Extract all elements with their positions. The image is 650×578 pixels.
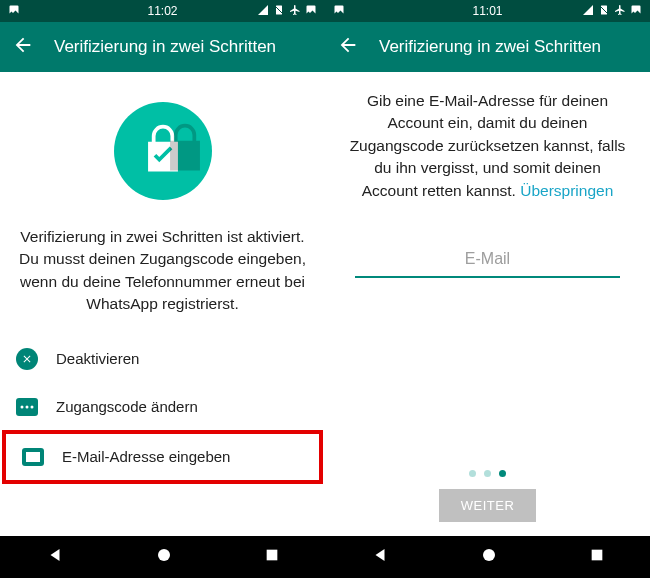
no-sim-icon [273,4,285,19]
back-icon[interactable] [12,34,34,60]
nav-bar [325,536,650,578]
svg-point-4 [31,405,34,408]
svg-point-5 [158,549,170,561]
signal-icon [257,4,269,19]
clock: 11:01 [472,4,502,18]
nav-back-icon[interactable] [46,546,64,568]
app-bar: Verifizierung in zwei Schritten [0,22,325,72]
option-label: Deaktivieren [56,350,139,367]
step-dot [484,470,491,477]
option-enter-email[interactable]: E-Mail-Adresse eingeben [2,430,323,484]
activation-description: Verifizierung in zwei Schritten ist akti… [0,226,325,334]
app-bar: Verifizierung in zwei Schritten [325,22,650,72]
pin-dots-icon [16,398,38,416]
nav-back-icon[interactable] [371,546,389,568]
mail-icon [22,448,44,466]
nav-home-icon[interactable] [480,546,498,568]
content-area: Verifizierung in zwei Schritten ist akti… [0,72,325,536]
svg-point-2 [21,405,24,408]
nav-bar [0,536,325,578]
step-dot-active [499,470,506,477]
email-field[interactable] [355,244,620,278]
option-label: E-Mail-Adresse eingeben [62,448,230,465]
step-dot [469,470,476,477]
clock: 11:02 [147,4,177,18]
lock-shadow-icon [162,122,208,178]
next-button[interactable]: WEITER [439,489,537,522]
notification-picture-icon [305,4,317,19]
options-list: Deaktivieren Zugangscode ändern E-Mail-A… [0,334,325,484]
page-title: Verifizierung in zwei Schritten [54,37,276,57]
nav-recent-icon[interactable] [264,547,280,567]
no-sim-icon [598,4,610,19]
nav-recent-icon[interactable] [589,547,605,567]
nav-home-icon[interactable] [155,546,173,568]
option-label: Zugangscode ändern [56,398,198,415]
status-bar: 11:01 [325,0,650,22]
notification-picture-icon [333,4,345,19]
screen-two-step-activated: 11:02 Verifizierung in zwei Schritten Ve… [0,0,325,578]
hero-badge [0,72,325,226]
skip-link[interactable]: Überspringen [520,182,613,199]
airplane-icon [289,4,301,19]
content-area: Gib eine E-Mail-Adresse für deinen Accou… [325,72,650,536]
close-icon [16,348,38,370]
svg-point-3 [26,405,29,408]
email-instructions: Gib eine E-Mail-Adresse für deinen Accou… [325,72,650,208]
signal-icon [582,4,594,19]
notification-picture-icon [630,4,642,19]
footer: WEITER [325,470,650,536]
email-input-wrap [325,208,650,288]
notification-picture-icon [8,4,20,19]
status-bar: 11:02 [0,0,325,22]
svg-point-9 [483,549,495,561]
option-deactivate[interactable]: Deaktivieren [0,334,325,384]
option-change-code[interactable]: Zugangscode ändern [0,384,325,430]
svg-rect-10 [591,550,602,561]
step-dots [469,470,506,477]
svg-rect-6 [266,550,277,561]
page-title: Verifizierung in zwei Schritten [379,37,601,57]
back-icon[interactable] [337,34,359,60]
screen-enter-email: 11:01 Verifizierung in zwei Schritten Gi… [325,0,650,578]
airplane-icon [614,4,626,19]
